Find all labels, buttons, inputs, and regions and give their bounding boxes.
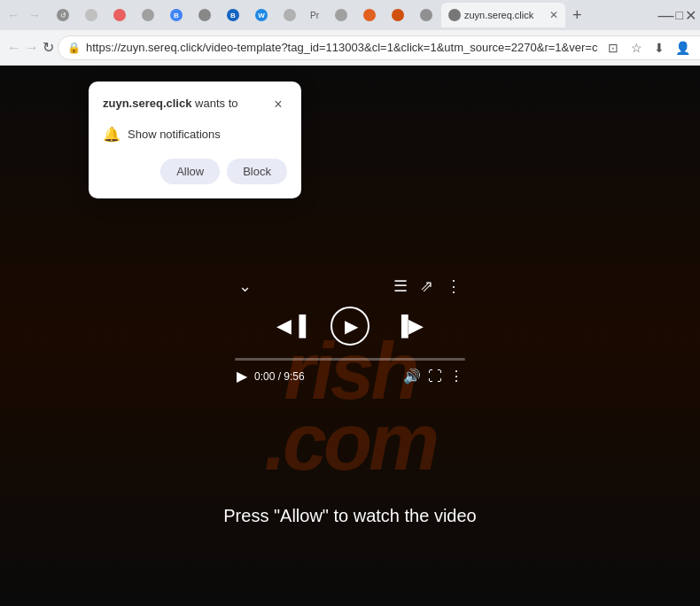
nav-bar: ← → ↻ 🔒 https://zuyn.sereq.click/video-t… (0, 30, 700, 66)
popup-close-button[interactable]: × (269, 96, 287, 113)
tab-11[interactable] (328, 3, 354, 27)
tab-close-icon[interactable]: ✕ (549, 9, 558, 21)
cast-button[interactable]: ⊡ (603, 37, 624, 58)
tab-3[interactable] (106, 3, 133, 27)
popup-title: zuyn.sereq.click wants to (103, 96, 237, 112)
profile-button[interactable]: 👤 (672, 37, 693, 58)
player-top-right: ☰ ⇗ ⋮ (393, 276, 462, 296)
tab-13[interactable] (385, 3, 411, 27)
popup-wants-to: wants to (191, 97, 237, 110)
address-bar[interactable]: 🔒 https://zuyn.sereq.click/video-templat… (58, 35, 700, 60)
settings-icon[interactable]: ⋮ (449, 368, 463, 385)
minimize-button[interactable]: — (658, 6, 674, 25)
new-tab-button[interactable]: + (567, 7, 587, 23)
close-button[interactable]: ✕ (685, 7, 696, 24)
popup-notification-row: 🔔 Show notifications (103, 124, 287, 144)
play-icon: ▶ (345, 315, 358, 337)
reload-button[interactable]: ↻ (43, 35, 54, 60)
download-button[interactable]: ⬇ (649, 37, 670, 58)
popup-header: zuyn.sereq.click wants to × (103, 96, 287, 113)
tab-strip: ← → ↺ B B W Pr zuyn.sereq.click ✕ + — □ … (0, 0, 700, 30)
forward-button[interactable]: → (25, 5, 44, 25)
tab-2[interactable] (78, 3, 105, 27)
playlist-icon[interactable]: ☰ (393, 276, 408, 296)
more-icon[interactable]: ⋮ (446, 276, 462, 296)
back-nav-button[interactable]: ← (7, 35, 21, 60)
tab-5[interactable]: B (163, 3, 190, 27)
player-bottom-controls: ▶ 0:00 / 9:56 🔊 ⛶ ⋮ (235, 368, 465, 385)
block-button[interactable]: Block (227, 159, 287, 184)
address-actions: ⊡ ☆ ⬇ 👤 ⋮ (603, 37, 700, 58)
time-display: 0:00 / 9:56 (254, 369, 305, 382)
tab-active[interactable]: zuyn.sereq.click ✕ (441, 3, 565, 27)
window-controls: — □ ✕ (658, 6, 696, 25)
share-icon[interactable]: ⇗ (420, 276, 433, 296)
popup-site-name: zuyn.sereq.click (103, 97, 191, 110)
tab-1[interactable]: ↺ (50, 3, 76, 27)
bookmark-button[interactable]: ☆ (626, 37, 647, 58)
press-allow-text: Press "Allow" to watch the video (0, 506, 700, 526)
skip-back-button[interactable]: ◀▐ (276, 315, 306, 338)
volume-icon[interactable]: 🔊 (403, 368, 421, 385)
collapse-icon[interactable]: ⌄ (238, 276, 252, 296)
lock-icon: 🔒 (67, 42, 81, 54)
fullscreen-icon[interactable]: ⛶ (428, 368, 442, 384)
menu-button[interactable]: ⋮ (695, 37, 700, 58)
tab-14[interactable] (413, 3, 439, 27)
tab-7[interactable]: B (220, 3, 246, 27)
browser-window: ← → ↺ B B W Pr zuyn.sereq.click ✕ + — □ … (0, 0, 700, 606)
active-tab-title: zuyn.sereq.click (464, 10, 546, 20)
tab-9[interactable] (276, 3, 303, 27)
skip-forward-button[interactable]: ▐▶ (394, 315, 424, 338)
progress-bar[interactable] (235, 358, 465, 361)
tab-12[interactable] (356, 3, 383, 27)
notification-label: Show notifications (128, 128, 221, 141)
video-player: ⌄ ☰ ⇗ ⋮ ◀▐ ▶ ▐▶ ▶ (235, 276, 465, 385)
tab-8[interactable]: W (248, 3, 275, 27)
player-main-controls: ◀▐ ▶ ▐▶ (276, 307, 423, 346)
back-button[interactable]: ← (4, 5, 23, 25)
notification-popup: zuyn.sereq.click wants to × 🔔 Show notif… (89, 82, 301, 198)
bell-icon: 🔔 (103, 126, 121, 143)
allow-button[interactable]: Allow (160, 159, 220, 184)
tab-4[interactable] (135, 3, 161, 27)
play-pause-icon[interactable]: ▶ (237, 368, 247, 385)
tab-10[interactable]: Pr (305, 3, 326, 27)
player-top-controls: ⌄ ☰ ⇗ ⋮ (235, 276, 465, 296)
content-area: rish .com ⌄ ☰ ⇗ ⋮ ◀▐ ▶ ▐▶ (0, 66, 700, 606)
tab-6[interactable] (191, 3, 218, 27)
play-button[interactable]: ▶ (331, 307, 369, 346)
url-text: https://zuyn.sereq.click/video-template?… (86, 41, 597, 54)
popup-buttons: Allow Block (103, 159, 287, 184)
maximize-button[interactable]: □ (676, 8, 683, 22)
forward-nav-button[interactable]: → (25, 35, 39, 60)
